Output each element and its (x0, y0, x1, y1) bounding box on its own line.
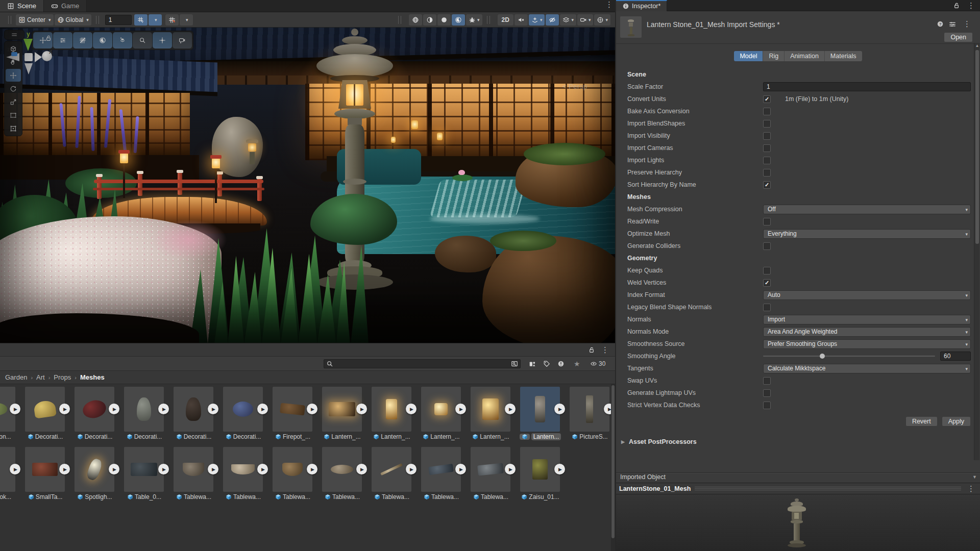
circle-fill-button[interactable] (437, 14, 451, 26)
grid-off-button[interactable] (73, 32, 92, 48)
asset-tile[interactable]: ▶Decorati... (219, 387, 267, 440)
gizmo-down-cone[interactable] (24, 63, 33, 74)
asset-tile[interactable]: ▶PictureS... (566, 387, 611, 440)
asset-thumbnail[interactable]: ▶ (471, 387, 510, 432)
camera-button[interactable]: ▾ (577, 14, 594, 26)
asset-thumbnail[interactable]: ▶ (570, 387, 609, 432)
grid-size-input[interactable] (105, 15, 132, 25)
asset-tile[interactable]: ▶Table_0... (120, 447, 168, 500)
asset-thumbnail[interactable]: ▶ (372, 447, 411, 492)
eye-off-button[interactable] (546, 14, 559, 26)
header-more-icon[interactable]: ⋮ (961, 19, 973, 29)
dropdown[interactable]: Prefer Smoothing Groups▾ (763, 339, 971, 349)
asset-thumbnail[interactable]: ▶ (25, 387, 65, 432)
lock-icon[interactable] (45, 35, 52, 42)
asset-thumbnail[interactable]: ▶ (223, 387, 263, 432)
lock-icon[interactable] (588, 346, 595, 354)
play-icon[interactable]: ▶ (356, 464, 367, 474)
play-icon[interactable]: ▶ (109, 404, 119, 414)
play-icon[interactable]: ▶ (257, 464, 268, 474)
asset-thumbnail[interactable]: ▶ (421, 387, 461, 432)
asset-tile[interactable]: ▶Lantern_... (368, 387, 416, 440)
play-icon[interactable]: ▶ (505, 404, 516, 414)
asset-thumbnail[interactable]: ▶ (25, 447, 65, 492)
imported-object-header[interactable]: Imported Object ▼ (616, 473, 980, 483)
asset-thumbnail[interactable]: ▶ (124, 387, 164, 432)
asset-thumbnail[interactable]: ▶ (124, 447, 164, 492)
preview-title-bar[interactable]: LanternStone_01_Mesh ⋮ (616, 483, 980, 494)
asset-tile[interactable]: ▶SmallTa... (21, 447, 69, 500)
search-in-window-icon[interactable] (511, 360, 518, 367)
asset-tile[interactable]: ▶Tablewa... (467, 447, 515, 500)
asset-thumbnail[interactable]: ▶ (174, 447, 213, 492)
asset-tile[interactable]: ▶Decorati... (169, 387, 218, 440)
play-icon[interactable]: ▶ (59, 404, 70, 414)
dropdown[interactable]: Area And Angle Weighted▾ (763, 327, 971, 337)
open-button[interactable]: Open (944, 32, 973, 42)
toolbar-drag-handle[interactable] (487, 16, 490, 24)
fx-button[interactable]: ▾ (529, 14, 545, 26)
tab-inspector[interactable]: Inspector* (616, 0, 667, 11)
tab-materials[interactable]: Materials (825, 51, 862, 61)
lock-icon[interactable] (953, 2, 960, 9)
tab-model[interactable]: Model (734, 51, 763, 61)
tool-move-button[interactable] (6, 69, 21, 82)
visibility-count[interactable]: 30 (590, 360, 605, 367)
breadcrumb-item-garden[interactable]: Garden (5, 373, 27, 381)
warning-filter-icon[interactable] (557, 360, 565, 367)
asset-tile[interactable]: ▶Firepot_... (268, 387, 317, 440)
checkbox[interactable] (763, 267, 771, 274)
mesh-preview[interactable] (616, 494, 980, 551)
asset-tile[interactable]: ▶Decorati... (21, 387, 69, 440)
checkbox[interactable] (763, 377, 771, 385)
tool-rotate-button[interactable] (6, 82, 21, 95)
asset-thumbnail[interactable]: ▶ (0, 387, 15, 432)
checkbox[interactable] (763, 120, 771, 128)
text-field[interactable] (763, 82, 971, 91)
tool-rect-button[interactable] (6, 109, 21, 121)
toolbar-drag-handle[interactable] (96, 16, 99, 24)
tool-transform-button[interactable] (6, 122, 21, 135)
favorites-star-icon[interactable]: ★ (574, 360, 580, 368)
layers-button[interactable]: ▾ (560, 14, 576, 26)
checkbox[interactable] (763, 304, 771, 311)
asset-tile[interactable]: ▶othook... (0, 447, 20, 500)
inspector-more-icon[interactable]: ⋮ (965, 1, 977, 10)
presets-icon[interactable] (949, 20, 956, 28)
revert-button[interactable]: Revert (905, 416, 938, 427)
scene-tabbar-more-icon[interactable]: ⋮ (603, 0, 615, 12)
inspector-scrollbar[interactable]: ▲ (974, 43, 979, 460)
asset-thumbnail[interactable]: ▶ (520, 387, 560, 432)
play-icon[interactable]: ▶ (10, 464, 20, 474)
asset-thumbnail[interactable]: ▶ (223, 447, 263, 492)
asset-thumbnail[interactable]: ▶ (0, 447, 15, 492)
asset-tile[interactable]: ▶Tablewa... (268, 447, 317, 500)
asset-tile[interactable]: ▶Decorati... (120, 387, 168, 440)
help-icon[interactable]: ? (937, 20, 944, 28)
breadcrumb-item-props[interactable]: Props (54, 373, 71, 381)
play-icon[interactable]: ▶ (10, 404, 20, 414)
checkbox[interactable]: ✓ (763, 181, 771, 189)
asset-filter-icon[interactable] (529, 360, 536, 367)
checkbox[interactable] (763, 242, 771, 250)
gizmo-y-cone[interactable] (23, 39, 33, 51)
asset-thumbnail[interactable]: ▶ (174, 387, 213, 432)
play-icon[interactable]: ▶ (406, 464, 416, 474)
tab-rig[interactable]: Rig (763, 51, 785, 61)
play-icon[interactable]: ▶ (59, 464, 70, 474)
moon-button[interactable] (452, 14, 465, 26)
perspective-label[interactable]: < Persp (562, 83, 587, 90)
sphere-wire-button[interactable] (409, 14, 422, 26)
asset-thumbnail[interactable]: ▶ (322, 387, 362, 432)
grid-axis-button[interactable]: Y (134, 14, 148, 26)
asset-thumbnail[interactable]: ▶ (421, 447, 461, 492)
breadcrumb-item-art[interactable]: Art (36, 373, 45, 381)
play-icon[interactable]: ▶ (208, 464, 218, 474)
asset-postprocessors-foldout[interactable]: ▶ Asset PostProcessors (616, 436, 980, 448)
moon-button[interactable] (93, 32, 112, 48)
gizmo-x-cone[interactable] (35, 52, 42, 62)
asset-tile[interactable]: ▶Tablewa... (318, 447, 366, 500)
checkbox[interactable] (763, 144, 771, 152)
checkbox[interactable] (763, 389, 771, 397)
preview-drag-grip[interactable] (695, 487, 961, 490)
